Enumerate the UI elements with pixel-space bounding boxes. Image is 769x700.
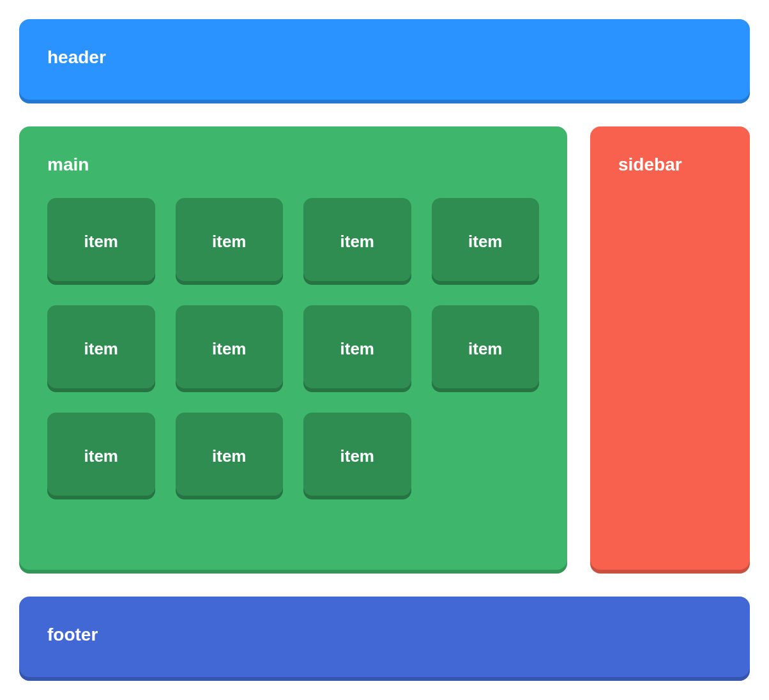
sidebar-label: sidebar [618,155,682,174]
item-label: item [84,232,118,252]
item-label: item [340,446,374,466]
main-label: main [47,155,539,175]
grid-item: item [176,305,284,392]
grid-item: item [176,413,284,499]
item-label: item [84,446,118,466]
grid-item: item [47,305,155,392]
item-label: item [340,339,374,359]
header-region: header [19,19,750,103]
grid-item: item [303,305,411,392]
footer-region: footer [19,597,750,681]
item-label: item [468,232,502,252]
item-label: item [212,232,246,252]
grid-item: item [303,413,411,499]
item-label: item [340,232,374,252]
item-label: item [84,339,118,359]
grid-item: item [47,413,155,499]
footer-label: footer [47,625,98,644]
grid-item: item [47,198,155,285]
header-label: header [47,47,106,67]
items-grid: item item item item item item item item … [47,198,539,499]
sidebar-region: sidebar [590,126,750,574]
grid-item: item [432,198,540,285]
grid-item: item [176,198,284,285]
grid-item: item [303,198,411,285]
layout-grid: header main item item item item item ite… [19,19,750,681]
item-label: item [468,339,502,359]
item-label: item [212,339,246,359]
grid-item: item [432,305,540,392]
main-region: main item item item item item item item … [19,126,567,574]
item-label: item [212,446,246,466]
